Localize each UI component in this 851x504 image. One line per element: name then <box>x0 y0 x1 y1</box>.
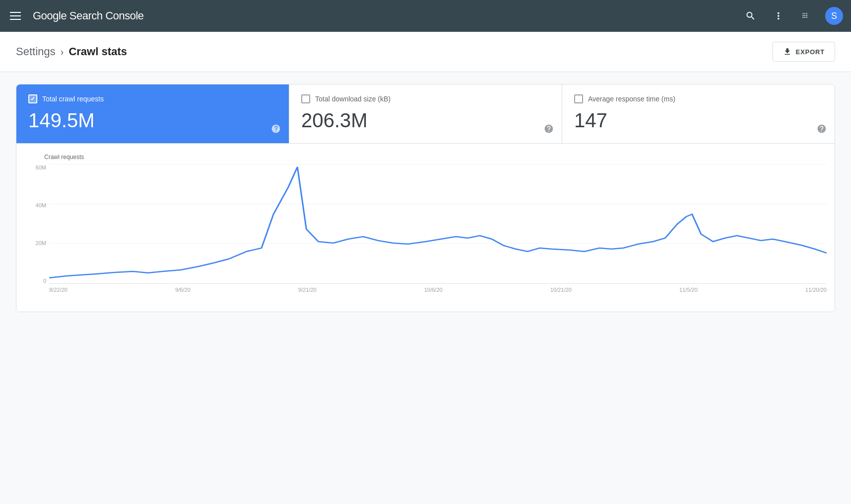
export-label: EXPORT <box>796 48 825 56</box>
stats-container: ✓ Total crawl requests 149.5M Total down… <box>16 84 835 312</box>
card2-help-icon[interactable] <box>544 124 554 136</box>
y-label-0: 0 <box>24 278 46 284</box>
card-avg-response-time[interactable]: Average response time (ms) 147 <box>562 84 835 143</box>
card-total-download-size[interactable]: Total download size (kB) 206.3M <box>289 84 562 143</box>
breadcrumb-settings[interactable]: Settings <box>16 45 56 58</box>
x-label-1: 9/6/20 <box>175 287 191 293</box>
card2-title: Total download size (kB) <box>315 95 391 103</box>
card2-header: Total download size (kB) <box>301 94 550 103</box>
search-console-wordmark: Search Console <box>70 9 144 22</box>
card1-help-icon[interactable] <box>271 124 281 136</box>
card1-title: Total crawl requests <box>42 95 104 103</box>
chart-container: Crawl requests 0 20M 40M 60M <box>16 144 835 312</box>
x-label-3: 10/6/20 <box>424 287 442 293</box>
card2-checkbox[interactable] <box>301 94 310 103</box>
card3-checkbox[interactable] <box>574 94 583 103</box>
card1-checkbox[interactable]: ✓ <box>28 94 37 103</box>
x-label-6: 11/20/20 <box>805 287 827 293</box>
card3-help-icon[interactable] <box>817 124 827 136</box>
search-icon[interactable] <box>742 7 760 25</box>
chart-inner <box>49 165 827 284</box>
breadcrumb-chevron-icon: › <box>61 46 64 58</box>
y-axis: 0 20M 40M 60M <box>24 165 46 284</box>
breadcrumb: Settings › Crawl stats <box>16 45 127 58</box>
x-label-0: 8/22/20 <box>49 287 68 293</box>
export-button[interactable]: EXPORT <box>772 42 835 62</box>
card1-value: 149.5M <box>28 109 277 131</box>
x-label-4: 10/21/20 <box>550 287 572 293</box>
card3-value: 147 <box>574 109 823 131</box>
breadcrumb-bar: Settings › Crawl stats EXPORT <box>0 32 851 72</box>
chart-area: 0 20M 40M 60M 8/22/20 <box>24 165 827 304</box>
y-label-40m: 40M <box>24 202 46 208</box>
cards-row: ✓ Total crawl requests 149.5M Total down… <box>16 84 835 144</box>
app-title: Google Search Console <box>33 9 144 22</box>
x-axis: 8/22/20 9/6/20 9/21/20 10/6/20 10/21/20 … <box>49 287 827 293</box>
x-label-2: 9/21/20 <box>298 287 317 293</box>
card1-header: ✓ Total crawl requests <box>28 94 277 103</box>
chart-label: Crawl requests <box>24 154 827 161</box>
header-left: Google Search Console <box>8 9 144 22</box>
header-right: S <box>742 7 843 25</box>
checkmark-icon: ✓ <box>30 95 35 102</box>
card3-header: Average response time (ms) <box>574 94 823 103</box>
x-label-5: 11/5/20 <box>680 287 698 293</box>
line-chart <box>49 165 827 284</box>
main-content: ✓ Total crawl requests 149.5M Total down… <box>0 72 851 504</box>
apps-icon[interactable] <box>797 7 815 25</box>
card2-value: 206.3M <box>301 109 550 131</box>
download-icon <box>783 47 792 56</box>
app-header: Google Search Console S <box>0 0 851 32</box>
menu-button[interactable] <box>8 10 23 22</box>
card3-title: Average response time (ms) <box>588 95 676 103</box>
breadcrumb-current: Crawl stats <box>69 45 127 58</box>
card-total-crawl-requests[interactable]: ✓ Total crawl requests 149.5M <box>16 84 289 143</box>
more-options-icon[interactable] <box>769 7 787 25</box>
avatar[interactable]: S <box>825 7 843 25</box>
y-label-20m: 20M <box>24 240 46 246</box>
google-wordmark: Google <box>33 9 70 22</box>
y-label-60m: 60M <box>24 165 46 170</box>
